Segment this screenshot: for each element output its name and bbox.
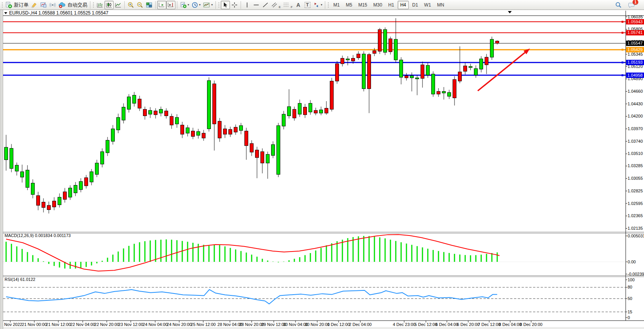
trendline-tool-button[interactable] bbox=[261, 1, 270, 9]
price-tick-label: 1.04200 bbox=[628, 114, 643, 118]
toolbar-grip[interactable] bbox=[218, 2, 220, 8]
candle-body-bull bbox=[95, 163, 99, 174]
bar-chart-button[interactable] bbox=[95, 1, 104, 9]
cursor-tool-button[interactable] bbox=[221, 1, 230, 9]
timeframe-button-D1[interactable]: D1 bbox=[410, 1, 421, 9]
timeframe-button-MN[interactable]: MN bbox=[434, 1, 447, 9]
candle-body-bull bbox=[149, 110, 152, 114]
candle-body-bear bbox=[234, 127, 238, 132]
auto-scroll-button[interactable] bbox=[157, 1, 166, 9]
price-tick-label: 1.03510 bbox=[628, 151, 643, 156]
rsi-scale-label: 15 bbox=[628, 310, 632, 314]
price-tick-label: 1.04660 bbox=[628, 89, 643, 94]
candle-body-bull bbox=[5, 147, 8, 160]
toolbar-grip[interactable] bbox=[92, 2, 94, 8]
line-endpoint-marker[interactable] bbox=[622, 61, 623, 63]
chart-shift-icon bbox=[167, 2, 174, 8]
line-endpoint-marker[interactable] bbox=[622, 32, 623, 34]
crosshair-tool-button[interactable] bbox=[230, 1, 239, 9]
timeframe-button-H1[interactable]: H1 bbox=[385, 1, 397, 9]
text-tool-button[interactable]: A bbox=[294, 1, 303, 9]
price-tick-label: 1.02825 bbox=[628, 189, 643, 193]
fibonacci-tool-button[interactable]: F bbox=[282, 1, 294, 9]
notifications-button[interactable]: 1 bbox=[627, 1, 636, 9]
chart-profile-button[interactable] bbox=[39, 1, 48, 9]
line-endpoint-marker[interactable] bbox=[622, 21, 623, 23]
label-tool-icon: T bbox=[305, 2, 310, 8]
price-badge-label: 1.05943 bbox=[628, 19, 643, 24]
timeframe-button-M30[interactable]: M30 bbox=[371, 1, 385, 9]
templates-button[interactable]: ▾ bbox=[202, 1, 214, 9]
vertical-line-tool-button[interactable] bbox=[243, 1, 252, 9]
candle-body-bear bbox=[181, 125, 184, 134]
candle-body-bull bbox=[277, 126, 280, 174]
equidistant-channel-tool-button[interactable]: E bbox=[270, 1, 282, 9]
candle-body-bull bbox=[15, 165, 19, 171]
price-tick-label: 1.03740 bbox=[628, 139, 643, 144]
crayon-icon bbox=[31, 2, 38, 8]
candle-body-bear bbox=[213, 84, 216, 124]
chart-window[interactable]: 1.060351.058051.055751.053451.051201.048… bbox=[0, 0, 644, 329]
date-label: 6 Dec 20:00 bbox=[457, 322, 479, 327]
candle-body-bull bbox=[432, 74, 435, 94]
toolbar-grip[interactable] bbox=[327, 2, 329, 8]
candle-body-bear bbox=[325, 108, 328, 113]
timeframe-button-H4[interactable]: H4 bbox=[398, 1, 409, 9]
line-endpoint-marker[interactable] bbox=[622, 49, 623, 51]
candle-body-bull bbox=[106, 140, 109, 153]
timeframe-button-M15[interactable]: M15 bbox=[356, 1, 370, 9]
date-label: 30 Nov 04:00 bbox=[283, 322, 308, 327]
window-splitter[interactable] bbox=[0, 10, 3, 329]
candlestick-chart-button[interactable] bbox=[104, 1, 114, 9]
candle-body-bear bbox=[453, 79, 456, 98]
toolbar-separator bbox=[124, 1, 125, 9]
search-button[interactable] bbox=[614, 1, 623, 9]
channel-sub-label: E bbox=[279, 5, 281, 9]
dropdown-caret: ▾ bbox=[211, 3, 213, 6]
candle-body-bull bbox=[117, 118, 120, 130]
zoom-in-button[interactable] bbox=[126, 1, 135, 9]
clock-icon bbox=[191, 2, 198, 8]
rsi-label: RSI(14) 61.0122 bbox=[5, 277, 35, 282]
date-label: 28 Nov 04:00 bbox=[217, 322, 242, 327]
candle-body-bull bbox=[197, 132, 200, 135]
price-tick-label: 1.02135 bbox=[628, 226, 643, 231]
fibonacci-icon bbox=[283, 2, 291, 8]
candle-body-bull bbox=[480, 59, 483, 69]
line-endpoint-marker[interactable] bbox=[622, 74, 623, 76]
candle-body-bear bbox=[255, 150, 259, 158]
crayon-tool-button[interactable] bbox=[30, 1, 39, 9]
horizontal-line-tool-button[interactable] bbox=[252, 1, 261, 9]
candle-body-bear bbox=[389, 39, 392, 52]
candle-body-bear bbox=[202, 133, 206, 138]
candle-body-bear bbox=[336, 64, 339, 81]
rsi-scale-label: 0 bbox=[628, 315, 630, 320]
timeframe-button-M5[interactable]: M5 bbox=[343, 1, 355, 9]
text-label-tool-button[interactable]: T bbox=[303, 1, 312, 9]
timeframe-button-M1[interactable]: M1 bbox=[331, 1, 342, 9]
timeframe-button-W1[interactable]: W1 bbox=[421, 1, 434, 9]
price-tick-label: 1.05345 bbox=[628, 52, 643, 56]
new-order-button[interactable]: 新订单 bbox=[4, 1, 30, 9]
price-tick-label: 1.02595 bbox=[628, 201, 643, 206]
date-label: 29 Nov 12:00 bbox=[261, 322, 286, 327]
toolbar-separator bbox=[325, 1, 325, 9]
notification-badge: 1 bbox=[633, 0, 638, 5]
channel-icon bbox=[271, 2, 279, 8]
toolbar-grip[interactable] bbox=[1, 2, 3, 8]
arrows-tool-button[interactable]: ▾ bbox=[312, 1, 323, 9]
price-chart-canvas[interactable]: 1.060351.058051.055751.053451.051201.048… bbox=[0, 0, 644, 329]
news-feed-button[interactable] bbox=[48, 1, 57, 9]
zoom-out-button[interactable] bbox=[135, 1, 145, 9]
periods-button[interactable]: ▾ bbox=[190, 1, 202, 9]
tile-windows-button[interactable] bbox=[145, 1, 154, 9]
broadcast-icon bbox=[49, 2, 56, 8]
autotrading-button[interactable]: 自动交易 bbox=[57, 1, 88, 9]
indicators-button[interactable]: ▾ bbox=[179, 1, 190, 9]
candle-body-bull bbox=[21, 172, 24, 177]
line-chart-button[interactable] bbox=[114, 1, 123, 9]
price-tick-label: 1.04430 bbox=[628, 102, 643, 106]
candle-body-bull bbox=[442, 91, 446, 93]
chart-shift-button[interactable] bbox=[166, 1, 175, 9]
candle-body-bear bbox=[352, 58, 355, 61]
